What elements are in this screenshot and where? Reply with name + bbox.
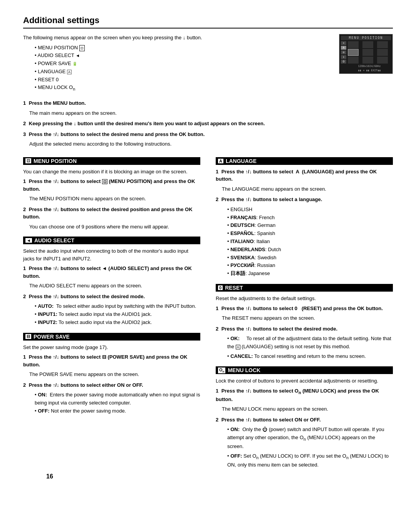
- list-item: MENU POSITION ⊡: [31, 44, 331, 52]
- step-1: 1 Press the MENU button. The main menu a…: [23, 99, 393, 117]
- step-body: The MENU LOCK menu appears on the screen…: [222, 405, 393, 413]
- lang-french: FRANÇAIS: French: [227, 214, 393, 222]
- step-title: 2 Press the ↑/↓ buttons to select ON or …: [216, 416, 393, 424]
- audio-select-icon: ◄: [25, 238, 32, 243]
- power-save-header: ⊟ POWER SAVE: [23, 333, 200, 341]
- step-3-title: 3 Press the ↑/↓ buttons to select the de…: [23, 131, 393, 138]
- step-1-body: The main menu appears on the screen.: [29, 109, 393, 117]
- power-save-label: POWER SAVE: [34, 334, 70, 340]
- menu-position-icon: ⊡: [25, 158, 31, 163]
- intro-text: The following menus appear on the screen…: [23, 34, 331, 96]
- menu-position-step1: 1 Press the ↑/↓ buttons to select ⊡ (MEN…: [23, 178, 200, 203]
- two-column-layout: ⊡ MENU POSITION You can change the menu …: [23, 151, 393, 472]
- step-num: 2: [216, 196, 218, 202]
- power-save-icon: ⊟: [25, 334, 31, 339]
- audio-bullets: AUTO: To select either audio input by sw…: [35, 302, 200, 326]
- step-num: 2: [23, 382, 26, 388]
- icon-2: A: [341, 46, 346, 50]
- step-num: 2: [23, 121, 26, 126]
- power-save-step2: 2 Press the ↑/↓ buttons to select either…: [23, 381, 200, 415]
- language-step1: 1 Press the ↑/↓ buttons to select A (LAN…: [216, 168, 393, 193]
- power-save-step1: 1 Press the ↑/↓ buttons to select ⊟ (POW…: [23, 353, 200, 378]
- cell-active: [348, 49, 359, 56]
- page-title: Additional settings: [23, 15, 393, 29]
- menu-position-header: ⊡ MENU POSITION: [23, 157, 200, 165]
- step-num: 2: [23, 294, 26, 299]
- page-container: Additional settings The following menus …: [23, 15, 393, 493]
- step-body: The LANGUAGE menu appears on the screen.: [222, 185, 393, 193]
- bullet-off: OFF: Not enter the power saving mode.: [35, 407, 200, 415]
- reset-icon: 0: [218, 285, 223, 290]
- menu-position-step2: 2 Press the ↑/↓ buttons to select the de…: [23, 206, 200, 231]
- audio-select-step1: 1 Press the ↑/↓ buttons to select ◄ (AUD…: [23, 265, 200, 290]
- cell: [362, 57, 373, 64]
- step-title: 1 Press the ↑/↓ buttons to select On (ME…: [216, 387, 393, 403]
- step-num: 1: [216, 305, 218, 311]
- audio-select-header: ◄ AUDIO SELECT: [23, 237, 200, 244]
- step-title: 2 Press the ↑/↓ buttons to select the de…: [23, 206, 200, 221]
- cell: [348, 41, 359, 48]
- language-label: LANGUAGE: [226, 158, 257, 164]
- img-rows: + A ⊡ ↕ O: [341, 41, 391, 72]
- step-3-body: Adjust the selected menu according to th…: [29, 140, 393, 148]
- menu-lock-header: On MENU LOCK: [216, 366, 393, 374]
- bullet-ok: OK: To reset all of the adjustment data …: [227, 335, 393, 351]
- lang-swedish: SVENSKA: Swedish: [227, 254, 393, 262]
- reset-bullets: OK: To reset all of the adjustment data …: [227, 335, 393, 360]
- step-num: 1: [23, 178, 26, 184]
- icon-1: +: [341, 41, 346, 45]
- step-num: 2: [23, 206, 26, 212]
- step-title: Press the MENU button.: [29, 100, 86, 106]
- step-title: 2 Press the ↑/↓ buttons to select the de…: [23, 293, 200, 300]
- intro-list: MENU POSITION ⊡ AUDIO SELECT ◄ POWER SAV…: [31, 44, 331, 93]
- intro-paragraph: The following menus appear on the screen…: [23, 34, 331, 42]
- img-grid-area: 1280x1024/60Hz ▮▮ + ▮▮ EXIT▮▮: [348, 41, 391, 72]
- audio-select-desc: Select the audio input when connecting t…: [23, 247, 200, 262]
- step-title: 1 Press the ↑/↓ buttons to select ◄ (AUD…: [23, 265, 200, 280]
- list-item: LANGUAGE A: [31, 68, 331, 76]
- icon-5: O: [341, 60, 346, 64]
- left-column: ⊡ MENU POSITION You can change the menu …: [23, 151, 200, 472]
- icon-3: ⊡: [341, 50, 346, 54]
- bullet-cancel: CANCEL: To cancel resetting and return t…: [227, 352, 393, 361]
- power-save-bullets: ON: Enters the power saving mode automat…: [35, 391, 200, 415]
- step-2: 2 Keep pressing the ↓ button until the d…: [23, 120, 393, 128]
- step-title: 2 Press the ↑/↓ buttons to select either…: [23, 381, 200, 389]
- lang-german: DEUTSCH: German: [227, 222, 393, 230]
- bullet-off: OFF: Set On (MENU LOCK) to OFF. If you s…: [227, 452, 393, 469]
- language-icon: A: [218, 159, 223, 163]
- step-body: The POWER SAVE menu appears on the scree…: [29, 371, 200, 378]
- cell: [362, 49, 373, 56]
- step-num: 1: [216, 388, 218, 394]
- menu-position-image: MENU POSITION + A ⊡ ↕ O: [339, 34, 393, 74]
- cell: [362, 41, 373, 48]
- page-number: 16: [46, 472, 416, 481]
- reset-label: RESET: [225, 285, 243, 291]
- step-body: The AUDIO SELECT menu appears on the scr…: [29, 282, 200, 290]
- bullet-on: ON: Enters the power saving mode automat…: [35, 391, 200, 407]
- step-num: 1: [23, 100, 26, 106]
- language-bullets: ENGLISH FRANÇAIS: French DEUTSCH: German…: [227, 206, 393, 278]
- lang-english: ENGLISH: [227, 206, 393, 214]
- step-title: 1 Press the ↑/↓ buttons to select ⊟ (POW…: [23, 353, 200, 368]
- menu-position-desc: You can change the menu position if it i…: [23, 168, 200, 176]
- step-title: Keep pressing the ↓ button until the des…: [29, 121, 265, 126]
- cell: [348, 57, 359, 64]
- bullet-auto: AUTO: To select either audio input by sw…: [35, 302, 200, 310]
- step-3: 3 Press the ↑/↓ buttons to select the de…: [23, 131, 393, 148]
- bullet-input1: INPUT1: To select audio input via the AU…: [35, 310, 200, 319]
- step-title: 2 Press the ↑/↓ buttons to select the de…: [216, 325, 393, 333]
- bullet-on: ON: Only the ⏻ (power) switch and INPUT …: [227, 426, 393, 451]
- list-item: AUDIO SELECT ◄: [31, 52, 331, 60]
- step-num: 2: [216, 417, 218, 423]
- lang-dutch: NEDERLANDS: Dutch: [227, 246, 393, 254]
- step-title: 1 Press the ↑/↓ buttons to select A (LAN…: [216, 168, 393, 183]
- audio-select-step2: 2 Press the ↑/↓ buttons to select the de…: [23, 293, 200, 327]
- position-grid: [348, 41, 391, 64]
- language-header: A LANGUAGE: [216, 157, 393, 165]
- cell: [377, 49, 388, 56]
- menu-lock-desc: Lock the control of buttons to prevent a…: [216, 377, 393, 385]
- step-num: 2: [216, 326, 218, 332]
- intro-area: The following menus appear on the screen…: [23, 34, 393, 96]
- language-step2: 2 Press the ↑/↓ buttons to select a lang…: [216, 196, 393, 278]
